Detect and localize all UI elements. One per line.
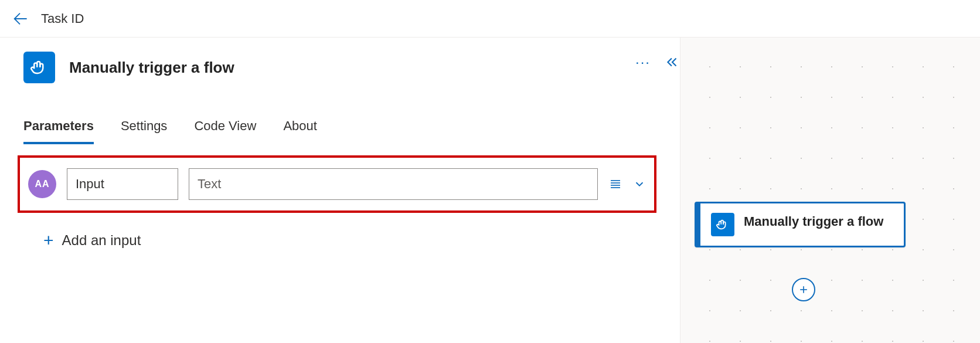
canvas-grid xyxy=(680,38,980,343)
back-arrow-icon[interactable] xyxy=(11,9,29,28)
collapse-panel-icon[interactable] xyxy=(665,55,680,70)
trigger-node-title: Manually trigger a flow xyxy=(744,213,883,230)
top-bar: Task ID xyxy=(0,0,980,38)
add-input-button[interactable]: + Add an input xyxy=(43,230,680,250)
input-parameter-row: AA xyxy=(18,155,656,213)
action-panel: Manually trigger a flow ··· Parameters S… xyxy=(0,38,680,343)
workspace: Manually trigger a flow ··· Parameters S… xyxy=(0,38,980,343)
add-input-label: Add an input xyxy=(62,232,141,249)
manual-trigger-icon xyxy=(23,52,55,83)
tab-about[interactable]: About xyxy=(283,118,317,144)
flow-canvas[interactable]: Manually trigger a flow xyxy=(680,38,980,343)
tab-parameters[interactable]: Parameters xyxy=(23,118,94,144)
more-options-icon[interactable]: ··· xyxy=(635,54,651,70)
list-options-icon[interactable] xyxy=(608,177,622,191)
trigger-node[interactable]: Manually trigger a flow xyxy=(695,202,906,247)
text-type-badge-icon: AA xyxy=(28,170,56,198)
expand-chevron-icon[interactable] xyxy=(633,178,646,191)
tab-settings[interactable]: Settings xyxy=(121,118,168,144)
page-title: Task ID xyxy=(41,11,84,26)
plus-icon: + xyxy=(43,230,54,250)
input-value-field[interactable] xyxy=(189,168,598,200)
add-step-button[interactable] xyxy=(792,278,815,301)
tab-code-view[interactable]: Code View xyxy=(194,118,256,144)
manual-trigger-icon xyxy=(711,213,734,236)
trigger-title: Manually trigger a flow xyxy=(69,59,234,77)
trigger-header: Manually trigger a flow ··· xyxy=(23,52,680,83)
input-name-field[interactable] xyxy=(67,168,178,200)
tabs: Parameters Settings Code View About xyxy=(23,118,680,145)
